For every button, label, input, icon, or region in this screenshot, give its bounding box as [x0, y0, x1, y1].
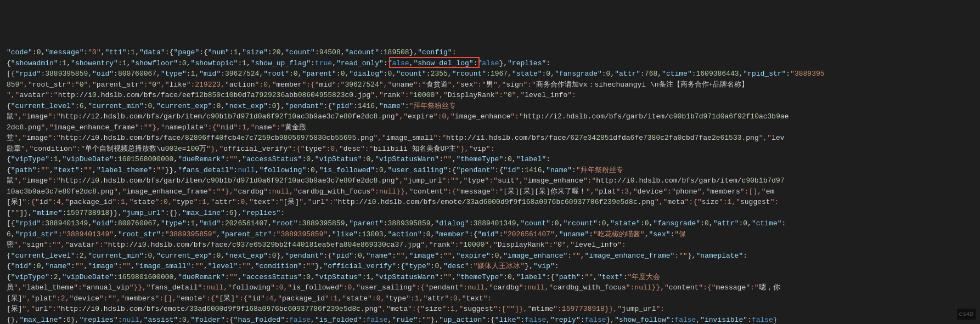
json-line: [呆]":{"id":4,"package_id":1,"state":0,"t… [7, 197, 973, 208]
json-line: {"vipType":1,"vipDueDate":1601568000000,… [7, 154, 973, 165]
json-line: "code":0,"message":"0","tt1":1,"data":{"… [7, 47, 973, 58]
json-content: "code":0,"message":"0","tt1":1,"data":{"… [7, 26, 973, 324]
json-line: {"path":"","text":"","label_theme":""}},… [7, 165, 973, 176]
json-line: {"showadmin":1,"showentry":1,"showfloor"… [7, 58, 973, 69]
json-line: 859","root_str":"0","parent_str":"0","li… [7, 79, 973, 90]
json-line: {},"max_line":6},"replies":null,"assist"… [7, 315, 973, 325]
json-line: {"vipType":2,"vipDueDate":1659801600000,… [7, 272, 973, 283]
json-line: 鼠","image":"http://i0.hdslb.com/bfs/garb… [7, 175, 973, 186]
json-line: 员","label_theme":"annual_vip"}},"fans_de… [7, 282, 973, 293]
json-line: [呆]","plat":2,"device":"","members":[],"… [7, 293, 973, 304]
json-line: 密","sign":"","avatar":"http://i0.hdslb.c… [7, 240, 973, 251]
json-line: 堂","image":"http://i0.hdslb.com/bfs/face… [7, 133, 973, 144]
json-line: {"nid":0,"name":"","image":"","image_sma… [7, 261, 973, 272]
json-line: 10ac3b9ae3c7e80fe2dc8.png","image_enhanc… [7, 186, 973, 197]
json-line: {"current_level":2,"current_min":0,"curr… [7, 251, 973, 262]
json-line: 励章","condition":"单个自制视频总播放数\u003e=100万"}… [7, 144, 973, 155]
json-line: 2dc8.png","image_enhance_frame":""},"nam… [7, 122, 973, 133]
json-line: 6,"rpid_str":"3889401349","root_str":"38… [7, 229, 973, 240]
json-line: ","avatar":"http://i0.hdslb.com/bfs/face… [7, 90, 973, 101]
json-line: 鼠","image":"http://i2.hdslb.com/bfs/garb… [7, 111, 973, 122]
json-line: {"current_level":6,"current_min":0,"curr… [7, 101, 973, 112]
json-line: [{"rpid":3889401349,"oid":800760067,"typ… [7, 218, 973, 229]
json-line: [{"rpid":3889395859,"oid":800760067,"typ… [7, 69, 973, 79]
json-line: [呆]","url":"http://i0.hdslb.com/bfs/emot… [7, 304, 973, 315]
json-line: [""]},"mtime":1597738918}},"jump_url":{}… [7, 208, 973, 219]
json-viewer: "code":0,"message":"0","tt1":1,"data":{"… [0, 0, 980, 324]
watermark: cs4D [957, 309, 976, 320]
